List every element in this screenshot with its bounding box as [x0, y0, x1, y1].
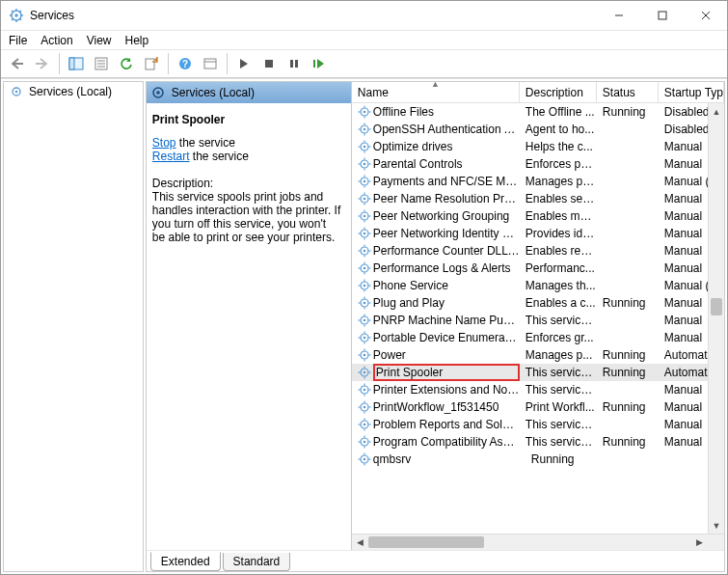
menu-action[interactable]: Action [40, 34, 72, 47]
titlebar[interactable]: Services [1, 1, 727, 30]
restart-service-link[interactable]: Restart [152, 150, 190, 163]
service-row[interactable]: Problem Reports and Soluti...This servic… [352, 416, 724, 433]
menu-file[interactable]: File [9, 34, 27, 47]
vertical-scrollbar[interactable]: ▲ ▼ [708, 103, 724, 534]
service-row[interactable]: PowerManages p...RunningAutomatic [352, 346, 724, 364]
service-row[interactable]: Performance Counter DLL ...Enables rem..… [352, 242, 724, 260]
service-description: Manages p... [520, 348, 597, 362]
service-row[interactable]: Program Compatibility Assi...This servic… [352, 433, 724, 451]
forward-button[interactable] [31, 52, 54, 75]
help-button[interactable]: ? [174, 52, 197, 75]
col-description[interactable]: Description [520, 82, 597, 102]
service-row[interactable]: Print SpoolerThis service ...RunningAuto… [352, 364, 724, 381]
restart-suffix: the service [190, 150, 249, 163]
stop-suffix: the service [176, 136, 235, 150]
service-row[interactable]: Payments and NFC/SE Man...Manages pa...M… [352, 173, 724, 190]
scroll-down-button[interactable]: ▼ [709, 517, 724, 534]
show-hide-tree-button[interactable] [65, 52, 88, 75]
scroll-right-button[interactable]: ▶ [691, 534, 708, 550]
col-name[interactable]: Name▲ [352, 82, 520, 102]
service-description: Enables rem... [520, 244, 597, 258]
service-row[interactable]: Peer Name Resolution Prot...Enables serv… [352, 190, 724, 207]
svg-point-124 [364, 371, 366, 374]
service-name: Peer Name Resolution Prot... [373, 192, 520, 205]
tree-item-label: Services (Local) [29, 85, 112, 98]
service-name: Optimize drives [373, 140, 520, 153]
gear-icon [358, 418, 371, 431]
service-row[interactable]: Phone ServiceManages th...Manual (Tri [352, 277, 724, 294]
restart-service-button[interactable] [308, 52, 331, 75]
export-button[interactable] [140, 52, 163, 75]
svg-line-9 [20, 11, 22, 13]
service-description: Running [520, 452, 597, 466]
svg-point-88 [364, 267, 366, 270]
menu-help[interactable]: Help [125, 34, 149, 47]
scroll-up-button[interactable]: ▲ [709, 103, 724, 120]
gear-icon [358, 209, 371, 223]
svg-line-6 [12, 11, 13, 13]
gear-icon [358, 261, 371, 275]
tab-standard[interactable]: Standard [223, 553, 291, 571]
services-window: Services File Action View Help ? [0, 0, 728, 575]
start-service-button[interactable] [232, 52, 256, 75]
service-status: Running [597, 435, 659, 449]
service-row[interactable]: Peer Networking Identity M...Provides id… [352, 225, 724, 242]
svg-rect-20 [146, 59, 154, 69]
svg-rect-15 [69, 58, 74, 69]
scroll-left-button[interactable]: ◀ [352, 534, 368, 550]
service-description: Manages pa... [520, 175, 597, 188]
service-row[interactable]: qmbsrvRunning [352, 451, 724, 468]
service-row[interactable]: Parental ControlsEnforces pa...Manual [352, 155, 724, 173]
horizontal-scrollbar[interactable]: ◀ ▶ [352, 534, 724, 550]
tree-item-services-local[interactable]: Services (Local) [4, 82, 143, 101]
service-status: Running [597, 366, 659, 379]
detail-header-text: Services (Local) [172, 86, 255, 99]
properties-button[interactable] [90, 52, 113, 75]
svg-point-94 [364, 285, 366, 288]
back-button[interactable] [6, 52, 29, 75]
svg-point-100 [364, 302, 366, 305]
service-description: Enables a c... [520, 296, 597, 310]
service-status: Running [597, 348, 659, 362]
service-row[interactable]: PNRP Machine Name Publi...This service .… [352, 312, 724, 329]
help2-button[interactable] [199, 52, 222, 75]
service-row[interactable]: Plug and PlayEnables a c...RunningManual [352, 294, 724, 312]
gear-icon [358, 435, 371, 449]
stop-service-button[interactable] [257, 52, 281, 75]
service-row[interactable]: OpenSSH Authentication A...Agent to ho..… [352, 121, 724, 138]
service-name: Program Compatibility Assi... [373, 435, 520, 449]
service-row[interactable]: PrintWorkflow_1f531450Print Workfl...Run… [352, 398, 724, 416]
service-row[interactable]: Performance Logs & AlertsPerformanc...Ma… [352, 260, 724, 277]
maximize-button[interactable] [640, 1, 684, 30]
gear-icon [358, 452, 371, 466]
service-row[interactable]: Offline FilesThe Offline ...RunningDisab… [352, 103, 724, 121]
view-tabs: Extended Standard [147, 550, 724, 571]
scroll-thumb[interactable] [711, 298, 722, 315]
service-row[interactable]: Peer Networking GroupingEnables mul...Ma… [352, 207, 724, 225]
col-status[interactable]: Status [597, 82, 659, 102]
service-description: Enforces gr... [520, 331, 597, 344]
console-tree[interactable]: Services (Local) [3, 81, 144, 572]
hscroll-thumb[interactable] [368, 536, 484, 548]
service-row[interactable]: Printer Extensions and Notif...This serv… [352, 381, 724, 398]
gear-icon [150, 85, 166, 100]
refresh-button[interactable] [115, 52, 138, 75]
minimize-button[interactable] [597, 1, 640, 30]
service-name: qmbsrv [373, 452, 520, 466]
svg-point-30 [15, 91, 18, 94]
stop-service-link[interactable]: Stop [152, 136, 176, 150]
svg-point-130 [364, 389, 366, 392]
service-description: Enables serv... [520, 192, 597, 205]
gear-icon [358, 348, 371, 362]
service-row[interactable]: Portable Device Enumerator...Enforces gr… [352, 329, 724, 346]
menu-view[interactable]: View [87, 34, 112, 47]
svg-point-154 [364, 458, 366, 461]
svg-rect-25 [265, 60, 273, 68]
pause-service-button[interactable] [283, 52, 306, 75]
col-startup-type[interactable]: Startup Typ [659, 82, 724, 102]
gear-icon [10, 85, 23, 98]
service-name: Plug and Play [373, 296, 520, 310]
service-row[interactable]: Optimize drivesHelps the c...Manual [352, 138, 724, 155]
close-button[interactable] [684, 1, 727, 30]
tab-extended[interactable]: Extended [150, 552, 221, 571]
